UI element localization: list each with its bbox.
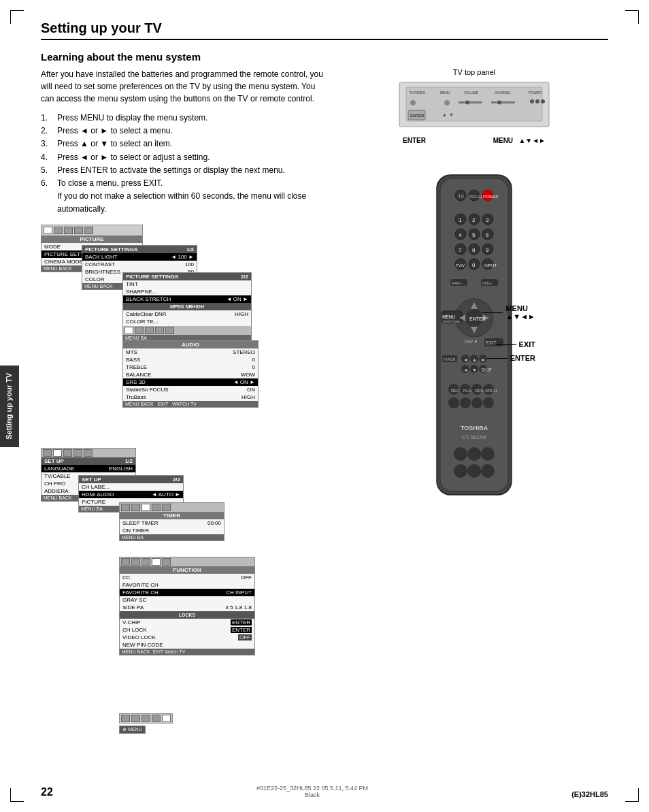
func-locks-sub: LOCKS [120, 611, 254, 619]
corner-mark-br [625, 788, 639, 802]
intro-text: After you have installed the batteries a… [41, 68, 327, 105]
setup-title: SET UP1/2 [41, 457, 135, 465]
page-number: 22 [41, 786, 53, 798]
footer-file-info: #01E22-25_32HL85 22 05.5.11, 5:44 PM Bla… [256, 785, 368, 798]
func-graysc: GRAY SC [120, 596, 254, 604]
func-title: FUNCTION [120, 566, 254, 574]
setup-tabs [41, 449, 135, 457]
svg-text:9: 9 [486, 247, 489, 253]
svg-text:SRCH: SRCH [485, 389, 497, 393]
ps1-contrast: CONTRAST100 [82, 261, 197, 268]
step-5: 5. Press ENTER to activate the settings … [41, 164, 327, 177]
step-6: 6. To close a menu, press EXIT.If you do… [41, 177, 327, 216]
svg-text:VOLUME: VOLUME [464, 91, 479, 95]
step-3: 3. Press ▲ or ▼ to select an item. [41, 137, 327, 150]
svg-text:8: 8 [472, 247, 476, 253]
tv-panel-section: TV top panel TV/VIDEO MENU VOLUME CHANNE… [396, 68, 552, 144]
panel-enter-label: ENTER [403, 137, 426, 144]
svg-point-94 [483, 397, 494, 408]
remote-section: TV RECALL POWER 1 2 3 4 5 [416, 172, 532, 498]
svg-point-102 [481, 464, 495, 478]
menu-screenshots-group2: SET UP1/2 LANGUAGEENGLISH TV/CABLE CH PR… [41, 448, 327, 747]
setup2-hdmiaudio: HDMI AUDIO◄ AUTO ► [79, 491, 183, 498]
svg-text:►: ► [481, 357, 486, 362]
svg-text:◄: ◄ [463, 368, 468, 372]
svg-text:MENU: MENU [440, 91, 450, 95]
ps2-title: PICTURE SETTINGS2/2 [123, 273, 251, 280]
svg-point-12 [497, 101, 501, 105]
svg-text:CHANNEL: CHANNEL [495, 91, 511, 95]
svg-text:POWER: POWER [529, 91, 542, 95]
func-tabs [120, 557, 254, 566]
svg-point-15 [541, 99, 545, 103]
ps1-title: PICTURE SETTINGS1/2 [82, 246, 197, 253]
ps2-sharpness: SHARPNE... [123, 288, 251, 295]
page-title: Setting up your TV [41, 20, 608, 40]
tab-clock [74, 227, 83, 234]
ps2-tabs [123, 326, 251, 335]
remote-svg: TV RECALL POWER 1 2 3 4 5 [416, 172, 532, 498]
svg-text:7: 7 [459, 247, 462, 253]
func-footer: MENU BACKEXIT Watch TV [120, 649, 254, 655]
svg-point-97 [454, 447, 467, 461]
svg-point-14 [535, 99, 539, 103]
func-sidepa: SIDE PA3 5 1-8 1-8 [120, 604, 254, 611]
tab-antenna [84, 227, 93, 234]
tab-picture [44, 227, 52, 234]
ps2-mpegnr: MPEG NRHIGH [123, 303, 251, 310]
remote-enter-label: ENTER [487, 354, 535, 362]
ps2-tint: TINT [123, 280, 251, 288]
svg-text:▲: ▲ [472, 357, 477, 362]
audio-treble: TREBLE0 [123, 363, 258, 371]
svg-point-8 [444, 100, 450, 105]
svg-text:INPUT: INPUT [484, 263, 497, 267]
audio-menu-screen: AUDIO MTSSTEREO BASS0 TREBLE0 BALANCEWOW… [122, 340, 259, 408]
svg-point-13 [530, 99, 534, 103]
svg-text:▲: ▲ [442, 112, 447, 117]
audio-trubass: TruBassHIGH [123, 393, 258, 401]
audio-footer: MENU BACKEXITWATCH TV [123, 401, 258, 407]
footer-model: (E)32HL85 [571, 790, 608, 798]
svg-text:5: 5 [472, 232, 476, 238]
panel-menu-label: MENU ▲▼◄► [493, 137, 546, 144]
remote-menu-label: MENU▲▼◄► [482, 304, 535, 321]
page-number-block: 22 [41, 786, 53, 798]
menu-icon-label: ⊕ MENU [119, 726, 146, 734]
svg-text:TV/VCR: TV/VCR [443, 357, 456, 361]
svg-text:TOSHIBA: TOSHIBA [461, 425, 488, 432]
step-1: 1. Press MENU to display the menu system… [41, 112, 327, 125]
svg-point-93 [471, 397, 482, 408]
svg-text:TV/VIDEO: TV/VIDEO [410, 91, 425, 95]
svg-text:0: 0 [472, 262, 476, 268]
audio-mts: MTSSTEREO [123, 348, 258, 356]
svg-point-100 [454, 464, 467, 478]
tv-panel-svg: TV/VIDEO MENU VOLUME CHANNEL POWER [396, 79, 552, 133]
svg-text:4: 4 [459, 232, 462, 238]
timer-sleep: SLEEP TIMER00:00 [120, 519, 224, 527]
timer-footer: MENU BA [120, 534, 224, 540]
svg-text:1: 1 [459, 217, 462, 223]
timer-menu-screen: TIMER SLEEP TIMER00:00 ON TIMER MENU BA [119, 502, 224, 541]
step-4: 4. Press ◄ or ► to select or adjust a se… [41, 151, 327, 164]
svg-point-92 [460, 397, 471, 408]
audio-balance: BALANCEWOW [123, 371, 258, 378]
timer-title: TIMER [120, 512, 224, 519]
audio-focus: StableSo FOCUSON [123, 386, 258, 393]
ps2-colortemp: COLOR TE... [123, 318, 251, 325]
svg-point-7 [410, 100, 416, 105]
svg-point-91 [448, 397, 459, 408]
svg-text:SYSTEM: SYSTEM [443, 320, 460, 324]
audio-title: AUDIO [123, 341, 258, 348]
setup-language: LANGUAGEENGLISH [41, 465, 135, 472]
tab-list [64, 227, 73, 234]
steps-list: 1. Press MENU to display the menu system… [41, 112, 327, 216]
corner-mark-bl [10, 788, 24, 802]
remote-exit-label: EXIT [496, 340, 535, 348]
svg-rect-9 [459, 101, 482, 103]
svg-text:ENTER: ENTER [410, 114, 425, 118]
svg-point-98 [467, 447, 481, 461]
bottom-menu-tabs [119, 713, 173, 724]
svg-text:MENU: MENU [442, 314, 455, 319]
page-footer: 22 #01E22-25_32HL85 22 05.5.11, 5:44 PM … [41, 785, 608, 798]
func-chlock: CH LOCKENTER [120, 626, 254, 634]
